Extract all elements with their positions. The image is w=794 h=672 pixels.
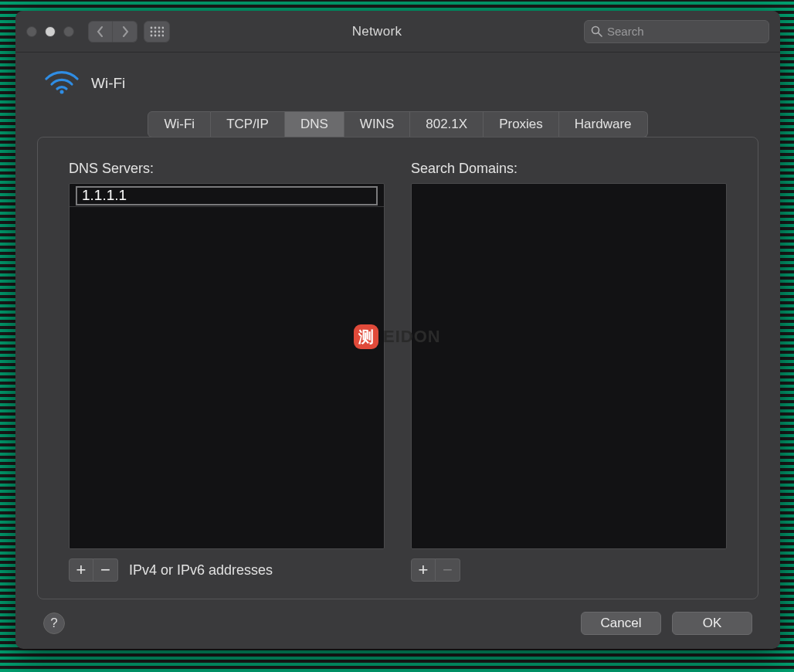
tab-dns[interactable]: DNS	[285, 111, 344, 137]
search-domains-list[interactable]	[411, 183, 727, 549]
svg-point-7	[162, 30, 164, 32]
nav-buttons	[88, 21, 137, 42]
add-dns-server-button[interactable]: +	[69, 558, 93, 582]
dns-servers-label: DNS Servers:	[69, 161, 385, 177]
svg-point-2	[158, 26, 161, 29]
svg-point-10	[158, 34, 161, 36]
dns-hint: IPv4 or IPv6 addresses	[129, 562, 273, 579]
search-icon	[591, 25, 602, 37]
add-search-domain-button[interactable]: +	[411, 558, 436, 582]
tab-wifi[interactable]: Wi-Fi	[148, 111, 211, 137]
tab-proxies[interactable]: Proxies	[484, 111, 559, 137]
window-title: Network	[170, 24, 584, 39]
search-domains-label: Search Domains:	[411, 161, 727, 177]
svg-point-3	[162, 26, 164, 29]
dns-servers-column: DNS Servers: + − IPv4 or IPv6 addresses	[69, 161, 385, 582]
preferences-window: Network Wi-Fi Wi-FiTCP/IPDNSWINS802.1XPr…	[15, 11, 780, 649]
service-header: Wi-Fi	[45, 70, 758, 97]
forward-button[interactable]	[113, 21, 137, 42]
search-input[interactable]	[607, 25, 762, 38]
svg-point-4	[151, 30, 153, 32]
service-name: Wi-Fi	[91, 75, 125, 92]
dns-servers-list[interactable]	[69, 183, 385, 549]
svg-point-6	[158, 30, 161, 32]
remove-search-domain-button[interactable]: −	[436, 558, 460, 582]
tab-tcpip[interactable]: TCP/IP	[211, 111, 285, 137]
titlebar: Network	[15, 11, 780, 53]
close-window-button[interactable]	[26, 26, 37, 37]
svg-point-0	[151, 26, 153, 29]
content-area: Wi-Fi Wi-FiTCP/IPDNSWINS802.1XProxiesHar…	[15, 53, 780, 649]
minimize-window-button[interactable]	[45, 26, 56, 37]
chevron-right-icon	[124, 27, 127, 36]
dns-panel: DNS Servers: + − IPv4 or IPv6 addresses …	[37, 137, 758, 599]
tab-8021x[interactable]: 802.1X	[410, 111, 484, 137]
show-all-button[interactable]	[144, 21, 170, 42]
search-domains-pm: + −	[411, 558, 460, 582]
footer: ? Cancel OK	[37, 612, 758, 635]
dns-servers-pm: + −	[69, 558, 118, 582]
back-button[interactable]	[88, 21, 113, 42]
dns-server-row[interactable]	[70, 184, 384, 207]
svg-point-1	[154, 26, 157, 29]
search-domains-column: Search Domains: + −	[411, 161, 727, 582]
svg-point-8	[151, 34, 153, 36]
svg-point-14	[60, 90, 64, 94]
tab-wins[interactable]: WINS	[344, 111, 410, 137]
svg-line-13	[599, 33, 602, 37]
svg-point-9	[154, 34, 157, 36]
grid-icon	[150, 26, 164, 37]
dns-server-input[interactable]	[77, 188, 376, 204]
search-field[interactable]	[584, 20, 769, 43]
svg-point-11	[162, 34, 164, 36]
tab-hardware[interactable]: Hardware	[559, 111, 648, 137]
ok-button[interactable]: OK	[672, 612, 752, 635]
wifi-icon	[45, 70, 79, 97]
traffic-lights	[26, 26, 74, 37]
tab-bar: Wi-FiTCP/IPDNSWINS802.1XProxiesHardware	[37, 111, 758, 137]
chevron-left-icon	[98, 27, 102, 36]
cancel-button[interactable]: Cancel	[581, 612, 661, 635]
svg-point-5	[154, 30, 157, 32]
help-button[interactable]: ?	[43, 613, 65, 634]
zoom-window-button[interactable]	[63, 26, 74, 37]
remove-dns-server-button[interactable]: −	[93, 558, 118, 582]
